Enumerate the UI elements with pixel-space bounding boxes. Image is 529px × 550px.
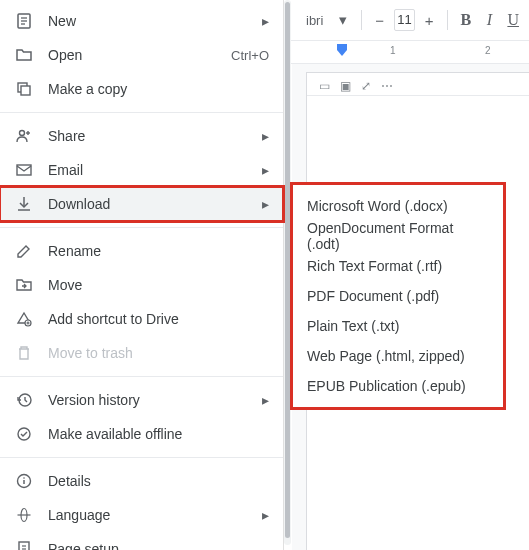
- menu-label: Page setup: [48, 541, 269, 550]
- menu-open[interactable]: Open Ctrl+O: [0, 38, 283, 72]
- menu-new[interactable]: New ▸: [0, 4, 283, 38]
- menu-label: Make available offline: [48, 426, 269, 442]
- submenu-docx[interactable]: Microsoft Word (.docx): [293, 191, 503, 221]
- menu-label: Make a copy: [48, 81, 269, 97]
- menu-page-setup[interactable]: Page setup: [0, 532, 283, 550]
- submenu-txt[interactable]: Plain Text (.txt): [293, 311, 503, 341]
- submenu-pdf[interactable]: PDF Document (.pdf): [293, 281, 503, 311]
- menu-download[interactable]: Download ▸: [0, 187, 283, 221]
- wrap-break-icon[interactable]: ▣: [340, 79, 351, 93]
- chevron-right-icon: ▸: [262, 507, 269, 523]
- menu-label: Language: [48, 507, 262, 523]
- menu-make-copy[interactable]: Make a copy: [0, 72, 283, 106]
- chevron-right-icon: ▸: [262, 128, 269, 144]
- underline-button[interactable]: U: [503, 8, 523, 32]
- italic-button[interactable]: I: [480, 8, 500, 32]
- menu-language[interactable]: Language ▸: [0, 498, 283, 532]
- email-icon: [14, 162, 34, 178]
- history-icon: [14, 392, 34, 408]
- divider: [0, 376, 283, 377]
- person-add-icon: [14, 128, 34, 144]
- offline-icon: [14, 426, 34, 442]
- wrap-inline-icon[interactable]: ▭: [319, 79, 330, 93]
- shortcut: Ctrl+O: [231, 48, 269, 63]
- menu-trash: Move to trash: [0, 336, 283, 370]
- menu-label: Open: [48, 47, 231, 63]
- menu-details[interactable]: Details: [0, 464, 283, 498]
- indent-marker-icon[interactable]: [336, 43, 348, 57]
- copy-icon: [14, 81, 34, 97]
- decrease-font-icon[interactable]: −: [370, 8, 390, 32]
- trash-icon: [14, 345, 34, 361]
- more-icon[interactable]: ⋯: [381, 79, 393, 93]
- wrap-behind-icon[interactable]: ⤢: [361, 79, 371, 93]
- separator: [361, 10, 362, 30]
- bold-button[interactable]: B: [456, 8, 476, 32]
- chevron-right-icon: ▸: [262, 162, 269, 178]
- increase-font-icon[interactable]: +: [419, 8, 439, 32]
- download-icon: [14, 196, 34, 212]
- svg-point-6: [20, 131, 25, 136]
- chevron-right-icon: ▸: [262, 392, 269, 408]
- svg-rect-9: [17, 165, 31, 175]
- ruler: 1 2: [290, 40, 529, 64]
- document-icon: [14, 13, 34, 29]
- submenu-html[interactable]: Web Page (.html, zipped): [293, 341, 503, 371]
- image-options-toolbar: ▭ ▣ ⤢ ⋯: [307, 77, 529, 96]
- menu-label: Rename: [48, 243, 269, 259]
- globe-icon: [14, 507, 34, 523]
- menu-label: Share: [48, 128, 262, 144]
- menu-offline[interactable]: Make available offline: [0, 417, 283, 451]
- ruler-tick: 1: [390, 45, 396, 56]
- svg-rect-5: [21, 86, 30, 95]
- font-dropdown-icon[interactable]: ▾: [333, 8, 353, 32]
- menu-move[interactable]: Move: [0, 268, 283, 302]
- info-icon: [14, 473, 34, 489]
- move-folder-icon: [14, 277, 34, 293]
- ruler-tick: 2: [485, 45, 491, 56]
- divider: [0, 227, 283, 228]
- menu-label: Email: [48, 162, 262, 178]
- toolbar: ibri ▾ − 11 + B I U: [290, 0, 529, 40]
- download-submenu: Microsoft Word (.docx) OpenDocument Form…: [290, 182, 506, 410]
- font-size-input[interactable]: 11: [394, 9, 416, 31]
- drive-shortcut-icon: [14, 311, 34, 327]
- divider: [0, 112, 283, 113]
- page-icon: [14, 541, 34, 550]
- menu-label: Details: [48, 473, 269, 489]
- pencil-icon: [14, 243, 34, 259]
- separator: [447, 10, 448, 30]
- divider: [0, 457, 283, 458]
- menu-label: New: [48, 13, 262, 29]
- submenu-odt[interactable]: OpenDocument Format (.odt): [293, 221, 503, 251]
- chevron-right-icon: ▸: [262, 13, 269, 29]
- menu-version-history[interactable]: Version history ▸: [0, 383, 283, 417]
- svg-point-16: [18, 428, 30, 440]
- menu-label: Version history: [48, 392, 262, 408]
- menu-label: Move: [48, 277, 269, 293]
- font-name[interactable]: ibri: [296, 13, 329, 28]
- submenu-rtf[interactable]: Rich Text Format (.rtf): [293, 251, 503, 281]
- folder-icon: [14, 47, 34, 63]
- menu-label: Move to trash: [48, 345, 269, 361]
- menu-add-shortcut[interactable]: Add shortcut to Drive: [0, 302, 283, 336]
- svg-point-18: [23, 477, 25, 479]
- menu-rename[interactable]: Rename: [0, 234, 283, 268]
- menu-email[interactable]: Email ▸: [0, 153, 283, 187]
- menu-label: Add shortcut to Drive: [48, 311, 269, 327]
- file-menu: New ▸ Open Ctrl+O Make a copy Share ▸ Em…: [0, 0, 284, 550]
- chevron-right-icon: ▸: [262, 196, 269, 212]
- menu-share[interactable]: Share ▸: [0, 119, 283, 153]
- menu-label: Download: [48, 196, 262, 212]
- submenu-epub[interactable]: EPUB Publication (.epub): [293, 371, 503, 401]
